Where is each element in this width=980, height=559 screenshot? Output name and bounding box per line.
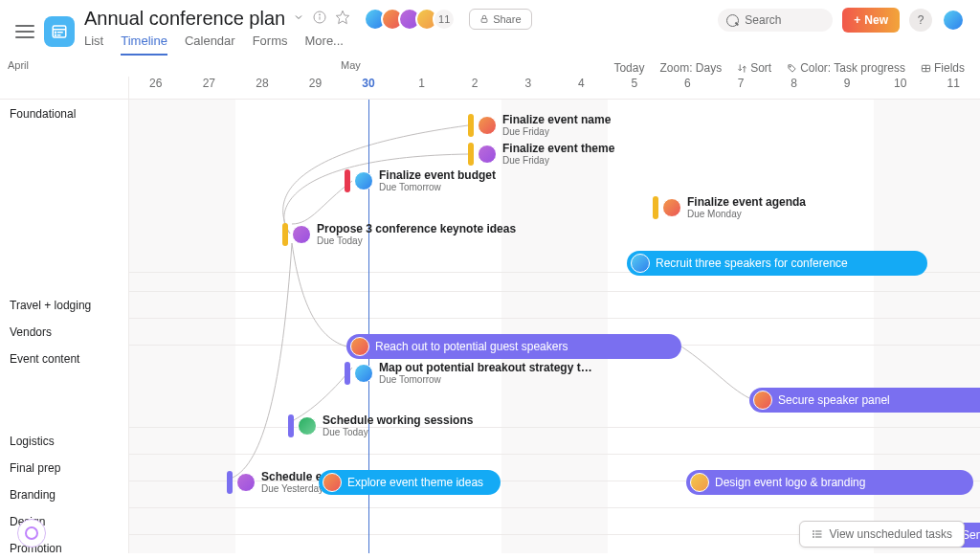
title-row: Annual conference plan bbox=[84, 8, 350, 30]
status-pill bbox=[468, 114, 474, 137]
footer: View unscheduled tasks bbox=[799, 521, 965, 548]
section-label[interactable]: Final prep bbox=[0, 454, 128, 482]
header-right: Search + New ? bbox=[718, 8, 965, 33]
assignee-avatar bbox=[631, 254, 650, 273]
task-propose-keynote-ideas[interactable]: Propose 3 conference keynote ideasDue To… bbox=[282, 222, 550, 247]
new-label: New bbox=[864, 13, 888, 27]
date-cell: 7 bbox=[714, 77, 768, 99]
date-cell: 5 bbox=[608, 77, 661, 99]
task-reach-out-speakers[interactable]: Reach out to potential guest speakers bbox=[346, 334, 681, 359]
assignee-avatar bbox=[236, 473, 256, 492]
task-finalize-event-agenda[interactable]: Finalize event agendaDue Monday bbox=[653, 195, 863, 220]
assignee-avatar bbox=[478, 116, 497, 135]
status-pill bbox=[345, 169, 350, 192]
color-control[interactable]: Color: Task progress bbox=[787, 61, 905, 75]
section-label[interactable]: Travel + lodging bbox=[0, 291, 128, 320]
svg-marker-9 bbox=[336, 11, 348, 23]
page-title[interactable]: Annual conference plan bbox=[84, 8, 285, 30]
section-label[interactable]: Logistics bbox=[0, 427, 128, 456]
task-finalize-event-budget[interactable]: Finalize event budgetDue Tomorrow bbox=[345, 168, 555, 193]
svg-point-11 bbox=[790, 66, 791, 67]
svg-point-18 bbox=[813, 531, 814, 532]
status-pill bbox=[227, 471, 233, 494]
assignee-avatar bbox=[690, 473, 709, 492]
search-input[interactable]: Search bbox=[718, 9, 833, 32]
assignee-avatar bbox=[753, 391, 772, 410]
tab-list[interactable]: List bbox=[84, 34, 103, 56]
list-icon bbox=[812, 528, 823, 540]
assignee-avatar bbox=[354, 171, 373, 190]
section-label[interactable]: Foundational bbox=[0, 100, 128, 128]
status-pill bbox=[282, 223, 288, 246]
svg-point-19 bbox=[813, 534, 814, 535]
share-button[interactable]: Share bbox=[469, 9, 531, 30]
timeline-toolbar: April May Today Zoom: Days Sort Color: T… bbox=[0, 56, 980, 77]
section-label[interactable]: Branding bbox=[0, 481, 128, 509]
sections-column: FoundationalTravel + lodgingVendorsEvent… bbox=[0, 100, 129, 553]
sort-icon bbox=[737, 63, 747, 74]
avatar-stack[interactable]: 11 bbox=[364, 8, 456, 31]
project-icon[interactable] bbox=[44, 16, 75, 47]
menu-icon[interactable] bbox=[15, 25, 34, 38]
section-label[interactable]: Vendors bbox=[0, 318, 128, 347]
tab-more[interactable]: More... bbox=[305, 34, 344, 56]
tabs: List Timeline Calendar Forms More... bbox=[84, 34, 350, 56]
zoom-control[interactable]: Zoom: Days bbox=[659, 61, 722, 75]
date-cell: 9 bbox=[820, 77, 874, 99]
assignee-avatar bbox=[298, 416, 317, 436]
task-explore-theme-ideas[interactable]: Explore event theme ideas bbox=[319, 470, 501, 495]
new-button[interactable]: + New bbox=[842, 8, 900, 33]
date-row: 26272829301234567891011 bbox=[0, 77, 980, 100]
task-schedule-working-sessions[interactable]: Schedule working sessionsDue Today bbox=[288, 414, 518, 438]
section-label[interactable] bbox=[0, 272, 128, 287]
status-pill bbox=[345, 362, 350, 385]
tab-forms[interactable]: Forms bbox=[253, 34, 288, 56]
svg-rect-10 bbox=[481, 19, 487, 23]
tag-icon bbox=[787, 63, 797, 74]
user-avatar[interactable] bbox=[942, 9, 965, 32]
svg-point-5 bbox=[55, 34, 56, 35]
header-left: Annual conference plan List Timeline Cal… bbox=[15, 8, 350, 56]
month-label-right: May bbox=[341, 59, 361, 71]
task-map-breakout-strategy[interactable]: Map out potential breakout strategy top…… bbox=[345, 361, 593, 386]
lock-icon bbox=[479, 14, 489, 24]
sort-control[interactable]: Sort bbox=[737, 61, 771, 75]
task-secure-speaker-panel[interactable]: Secure speaker panel bbox=[749, 388, 980, 413]
help-button[interactable]: ? bbox=[909, 9, 932, 32]
assignee-avatar bbox=[354, 364, 373, 383]
tab-timeline[interactable]: Timeline bbox=[121, 34, 167, 56]
info-icon[interactable] bbox=[312, 10, 327, 28]
timeline-body: FoundationalTravel + lodgingVendorsEvent… bbox=[0, 100, 980, 553]
date-cell: 29 bbox=[289, 77, 343, 99]
svg-point-4 bbox=[55, 32, 56, 33]
fields-control[interactable]: Fields bbox=[921, 61, 965, 75]
today-button[interactable]: Today bbox=[613, 61, 644, 75]
share-label: Share bbox=[493, 13, 521, 25]
avatar-overflow[interactable]: 11 bbox=[433, 8, 456, 31]
task-design-logo-branding[interactable]: Design event logo & branding bbox=[686, 470, 973, 495]
plus-icon: + bbox=[854, 13, 860, 27]
record-badge[interactable] bbox=[17, 519, 46, 548]
task-recruit-speakers[interactable]: Recruit three speakers for conference bbox=[627, 251, 927, 276]
assignee-avatar bbox=[478, 145, 497, 164]
section-label[interactable]: Event content bbox=[0, 345, 128, 373]
assignee-avatar bbox=[662, 198, 681, 217]
tab-calendar[interactable]: Calendar bbox=[185, 34, 235, 56]
assignee-avatar bbox=[292, 225, 311, 244]
star-icon[interactable] bbox=[335, 10, 350, 28]
status-pill bbox=[288, 414, 294, 437]
month-label-left: April bbox=[8, 59, 29, 71]
date-cell: 3 bbox=[501, 77, 555, 99]
chevron-down-icon[interactable] bbox=[293, 11, 304, 26]
svg-point-8 bbox=[320, 14, 321, 15]
date-cell: 27 bbox=[183, 77, 236, 99]
task-finalize-event-theme[interactable]: Finalize event themeDue Friday bbox=[468, 142, 679, 167]
date-cell: 10 bbox=[874, 77, 927, 99]
month-row: April May bbox=[0, 59, 613, 77]
assignee-avatar bbox=[350, 337, 369, 356]
assignee-avatar bbox=[323, 473, 342, 492]
timeline-grid[interactable]: Finalize event nameDue Friday Finalize e… bbox=[129, 100, 980, 553]
task-finalize-event-name[interactable]: Finalize event nameDue Friday bbox=[468, 113, 679, 138]
view-unscheduled-button[interactable]: View unscheduled tasks bbox=[799, 521, 965, 548]
date-cell: 8 bbox=[768, 77, 821, 99]
